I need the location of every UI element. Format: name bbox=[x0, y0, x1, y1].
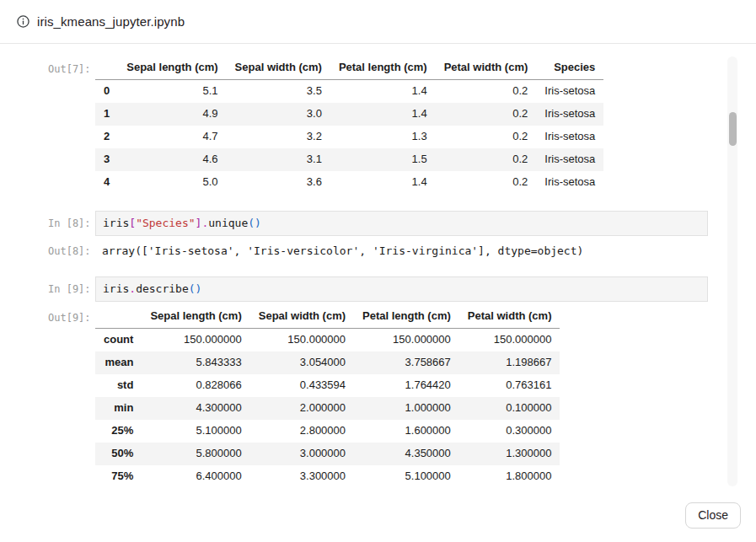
table-cell: 3.300000 bbox=[250, 465, 354, 487]
column-header: Petal length (cm) bbox=[354, 305, 459, 329]
table-cell: Iris-setosa bbox=[536, 171, 603, 194]
row-index: 3 bbox=[95, 148, 118, 171]
table-cell: 4.7 bbox=[118, 126, 226, 148]
table-row: 14.93.01.40.2Iris-setosa bbox=[95, 103, 603, 126]
row-index: 75% bbox=[95, 465, 142, 487]
table-cell: 1.198667 bbox=[459, 351, 560, 374]
iris-head-table: Sepal length (cm)Sepal width (cm)Petal l… bbox=[95, 56, 603, 194]
table-row: 75%6.4000003.3000005.1000001.800000 bbox=[95, 465, 560, 487]
table-row: 24.73.21.30.2Iris-setosa bbox=[95, 126, 603, 148]
table-cell: 0.2 bbox=[436, 171, 537, 194]
column-header: Petal width (cm) bbox=[436, 56, 537, 80]
dialog-footer: Close bbox=[0, 490, 756, 542]
cell-out8: Out[8]: array(['Iris-setosa', 'Iris-vers… bbox=[48, 243, 756, 260]
row-index: std bbox=[95, 374, 142, 397]
table-cell: 3.2 bbox=[227, 126, 330, 148]
cell-out9: Out[9]: Sepal length (cm)Sepal width (cm… bbox=[48, 305, 756, 487]
table-cell: 5.100000 bbox=[142, 420, 249, 443]
row-index: 25% bbox=[95, 420, 142, 443]
table-cell: Iris-setosa bbox=[536, 126, 603, 148]
table-cell: 4.300000 bbox=[142, 397, 249, 420]
code-token: ) bbox=[255, 217, 261, 229]
table-cell: 0.433594 bbox=[250, 374, 354, 397]
table-cell: 2.000000 bbox=[250, 397, 354, 420]
table-cell: 1.300000 bbox=[459, 443, 560, 465]
code-token: "Species" bbox=[136, 217, 195, 229]
close-button[interactable]: Close bbox=[685, 502, 741, 529]
dialog-header: iris_kmeans_jupyter.ipynb bbox=[0, 0, 756, 44]
table-row: mean5.8433333.0540003.7586671.198667 bbox=[95, 351, 560, 374]
table-cell: 0.2 bbox=[436, 126, 537, 148]
table-cell: 1.4 bbox=[330, 171, 436, 194]
table-cell: 3.758667 bbox=[354, 351, 459, 374]
table-cell: 1.4 bbox=[330, 80, 436, 104]
column-header: Petal width (cm) bbox=[459, 305, 560, 329]
table-cell: Iris-setosa bbox=[536, 80, 603, 104]
out8-prompt-label: Out[8]: bbox=[48, 243, 95, 257]
table-cell: 2.800000 bbox=[250, 420, 354, 443]
table-cell: 150.000000 bbox=[142, 329, 249, 352]
table-cell: 3.000000 bbox=[250, 443, 354, 465]
in8-prompt-label: In [8]: bbox=[48, 211, 95, 229]
table-cell: 5.843333 bbox=[142, 351, 249, 374]
file-preview-dialog: iris_kmeans_jupyter.ipynb Out[7]: Sepal … bbox=[0, 0, 756, 542]
column-header: Species bbox=[536, 56, 603, 80]
table-cell: 3.1 bbox=[227, 148, 330, 171]
code-token: ) bbox=[196, 282, 202, 295]
file-title: iris_kmeans_jupyter.ipynb bbox=[37, 14, 185, 29]
code-token: [ bbox=[129, 217, 136, 229]
table-row: 25%5.1000002.8000001.6000000.300000 bbox=[95, 420, 560, 443]
info-icon bbox=[17, 15, 29, 28]
table-header-row: Sepal length (cm)Sepal width (cm)Petal l… bbox=[95, 56, 603, 80]
code-token: unique bbox=[208, 217, 248, 229]
table-row: 50%5.8000003.0000004.3500001.300000 bbox=[95, 443, 560, 465]
table-cell: Iris-setosa bbox=[536, 148, 603, 171]
table-cell: 0.2 bbox=[436, 103, 537, 126]
table-row: 45.03.61.40.2Iris-setosa bbox=[95, 171, 603, 194]
row-index: 50% bbox=[95, 443, 142, 465]
code-token: ( bbox=[189, 282, 196, 295]
row-index: 2 bbox=[95, 126, 118, 148]
code-token: iris bbox=[103, 282, 129, 295]
table-row: count150.000000150.000000150.000000150.0… bbox=[95, 329, 560, 352]
table-cell: 1.764420 bbox=[354, 374, 459, 397]
row-index: min bbox=[95, 397, 142, 420]
column-header: Sepal length (cm) bbox=[118, 56, 226, 80]
row-index: count bbox=[95, 329, 142, 352]
preview-scroll-area[interactable]: Out[7]: Sepal length (cm)Sepal width (cm… bbox=[0, 45, 756, 487]
table-cell: 3.5 bbox=[227, 80, 330, 104]
table-cell: 0.2 bbox=[436, 148, 537, 171]
row-index: 0 bbox=[95, 80, 118, 104]
column-header: Sepal length (cm) bbox=[142, 305, 249, 329]
table-cell: 0.100000 bbox=[459, 397, 560, 420]
table-cell: 5.800000 bbox=[142, 443, 249, 465]
table-cell: 4.350000 bbox=[354, 443, 459, 465]
table-cell: 1.600000 bbox=[354, 420, 459, 443]
table-row: 05.13.51.40.2Iris-setosa bbox=[95, 80, 603, 104]
code-token: iris bbox=[103, 217, 129, 229]
table-cell: 1.4 bbox=[330, 103, 436, 126]
column-header: Sepal width (cm) bbox=[250, 305, 354, 329]
out7-prompt-label: Out[7]: bbox=[48, 56, 95, 75]
table-cell: 5.0 bbox=[118, 171, 226, 194]
table-cell: 150.000000 bbox=[250, 329, 354, 352]
table-cell: 0.763161 bbox=[459, 374, 560, 397]
cell-out7: Out[7]: Sepal length (cm)Sepal width (cm… bbox=[48, 56, 756, 194]
table-cell: 1.800000 bbox=[459, 465, 560, 487]
describe-table: Sepal length (cm)Sepal width (cm)Petal l… bbox=[95, 305, 560, 487]
table-row: std0.8280660.4335941.7644200.763161 bbox=[95, 374, 560, 397]
code-cell-describe: iris.describe() bbox=[95, 276, 708, 302]
table-cell: 0.828066 bbox=[142, 374, 249, 397]
out9-prompt-label: Out[9]: bbox=[48, 305, 95, 324]
table-cell: 1.3 bbox=[330, 126, 436, 148]
row-index: mean bbox=[95, 351, 142, 374]
in9-prompt-label: In [9]: bbox=[48, 276, 95, 295]
table-row: 34.63.11.50.2Iris-setosa bbox=[95, 148, 603, 171]
unique-output-text: array(['Iris-setosa', 'Iris-versicolor',… bbox=[95, 243, 583, 260]
column-header bbox=[95, 56, 118, 80]
column-header bbox=[95, 305, 142, 329]
scrollbar-thumb[interactable] bbox=[729, 112, 737, 146]
table-header-row: Sepal length (cm)Sepal width (cm)Petal l… bbox=[95, 305, 560, 329]
code-cell-unique: iris["Species"].unique() bbox=[95, 211, 708, 236]
cell-in8: In [8]: iris["Species"].unique() bbox=[48, 211, 756, 236]
